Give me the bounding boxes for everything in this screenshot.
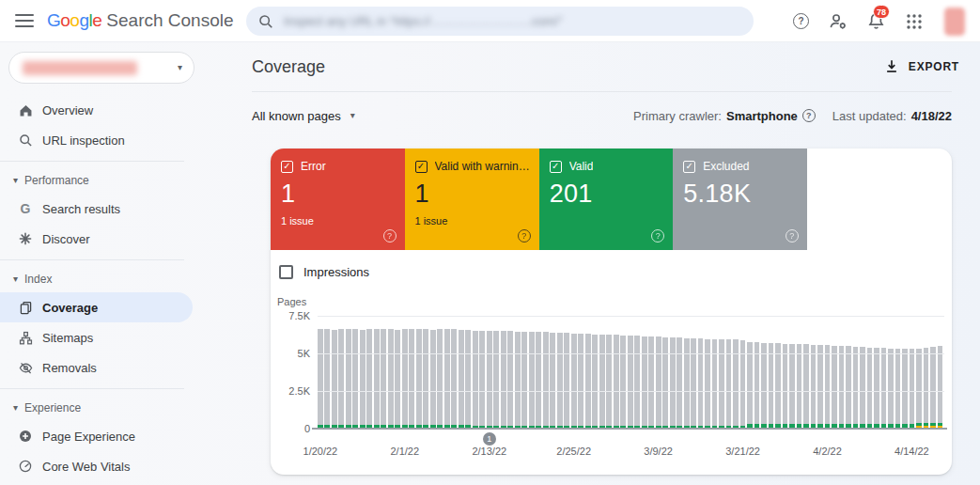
status-card-value: 1 [281,180,396,209]
divider [0,388,184,389]
last-updated: Last updated: 4/18/22 [832,109,952,123]
filter-meta: Primary crawler: Smartphone ? Last updat… [633,109,952,123]
filter-row: All known pages ▾ Primary crawler: Smart… [233,92,980,139]
chart-bar [825,345,831,429]
sidebar-item-coverage[interactable]: Coverage [0,292,193,322]
chart-bar [832,346,837,429]
chevron-down-icon: ▾ [178,63,182,72]
status-card-valid[interactable]: ✓ Valid 201 ? [539,149,674,250]
y-tick-label: 7.5K [271,310,310,321]
chart-bar [346,329,351,429]
url-inspection-searchbar[interactable]: Inspect any URL in “https://…………………….com… [246,7,754,36]
sidebar-item-overview[interactable]: Overview [0,95,233,125]
sidebar-item-label: Overview [42,103,93,117]
eye-off-icon [17,359,34,376]
impressions-toggle[interactable]: Impressions [279,265,952,279]
sidebar-item-url-inspection[interactable]: URL inspection [0,125,233,155]
export-label: EXPORT [909,60,959,73]
sidebar-section-index[interactable]: ▾ Index [0,266,233,292]
status-card-label: Valid with warnin… [435,160,530,173]
chart-bar [783,344,788,429]
status-card-label: Excluded [703,160,749,173]
notifications-button[interactable]: 78 [866,11,886,31]
sidebar-item-page-experience[interactable]: Page Experience [0,421,233,451]
chart-bar [550,333,555,429]
coverage-card: ✓ Error 1 1 issue ? ✓ Valid with warnin…… [271,149,952,475]
checkbox-unchecked-icon[interactable] [279,265,293,279]
page-scope-dropdown[interactable]: All known pages ▾ [252,109,355,123]
menu-icon[interactable] [15,14,34,27]
sidebar-section-performance[interactable]: ▾ Performance [0,167,233,194]
checkbox-checked-icon[interactable]: ✓ [550,161,562,173]
checkbox-checked-icon[interactable]: ✓ [683,161,695,173]
chart-bar [515,332,521,429]
sidebar-item-discover[interactable]: Discover [0,224,233,254]
chart-annotation-marker[interactable]: 1 [483,432,496,446]
page-header: Coverage EXPORT [233,42,980,91]
chart-bar [571,334,577,429]
sidebar-item-label: URL inspection [42,133,125,148]
chart-bar [614,335,619,429]
sidebar-item-sitemaps[interactable]: Sitemaps [0,322,233,352]
product-name: Search Console [106,10,233,31]
gridline [318,353,944,354]
help-icon[interactable]: ? [786,229,799,242]
export-button[interactable]: EXPORT [883,58,959,75]
chart-bar [853,347,859,429]
apps-grid-icon [905,12,924,31]
user-settings-button[interactable] [828,11,848,31]
sidebar-section-label: Index [24,273,52,286]
checkbox-checked-icon[interactable]: ✓ [415,161,428,173]
main-content: Coverage EXPORT All known pages ▾ Primar… [233,42,980,485]
avatar[interactable] [944,8,965,36]
chevron-down-icon: ▾ [13,176,18,185]
status-card-warning[interactable]: ✓ Valid with warnin… 1 1 issue ? [405,149,539,250]
chart-bar [670,337,676,429]
status-cards: ✓ Error 1 1 issue ? ✓ Valid with warnin…… [271,149,952,250]
chart-bar [910,349,915,429]
page-title: Coverage [252,57,325,77]
sidebar-section-experience[interactable]: ▾ Experience [0,395,233,421]
sidebar-item-label: Page Experience [42,430,135,444]
chart-bar [599,335,605,429]
chart-bar [817,345,823,429]
primary-crawler-label: Primary crawler: [633,109,722,123]
status-card-error[interactable]: ✓ Error 1 1 issue ? [271,149,405,250]
chart-bar [479,331,485,429]
chart-bar [930,347,936,429]
help-button[interactable]: ? [793,13,809,29]
add-circle-icon [17,428,34,445]
sidebar-item-label: Core Web Vitals [42,460,130,474]
apps-grid-button[interactable] [905,12,924,31]
property-selector[interactable]: ▾ [8,52,194,84]
help-icon[interactable]: ? [383,229,397,242]
chart-bar [677,337,682,429]
sidebar-item-core-web-vitals[interactable]: Core Web Vitals [0,451,233,481]
chart-bar [761,343,767,429]
sidebar-item-search-results[interactable]: G Search results [0,194,233,224]
sidebar-item-removals[interactable]: Removals [0,352,233,383]
x-tick-label: 3/21/22 [717,446,770,457]
chart-bar [881,348,887,429]
help-icon: ? [793,13,809,29]
chart-bar [423,329,428,429]
gridline [318,391,944,392]
chart-bar [775,343,781,429]
chart-bar [402,329,408,429]
checkbox-checked-icon[interactable]: ✓ [281,161,293,173]
chart-bar [416,329,422,429]
y-tick-label: 0 [271,423,310,434]
help-icon[interactable]: ? [651,229,664,242]
help-icon[interactable]: ? [802,109,816,122]
chart-bar [493,331,499,429]
notification-badge: 78 [873,5,890,19]
help-icon[interactable]: ? [518,229,531,242]
pages-icon [17,299,34,316]
chart-bar [924,348,929,429]
google-g-icon: G [17,200,34,217]
chart-bar [430,330,436,429]
primary-crawler-value: Smartphone [726,109,798,123]
status-card-excluded[interactable]: ✓ Excluded 5.18K ? [673,149,807,250]
chart-bar [366,329,372,429]
sitemap-icon [17,329,34,346]
